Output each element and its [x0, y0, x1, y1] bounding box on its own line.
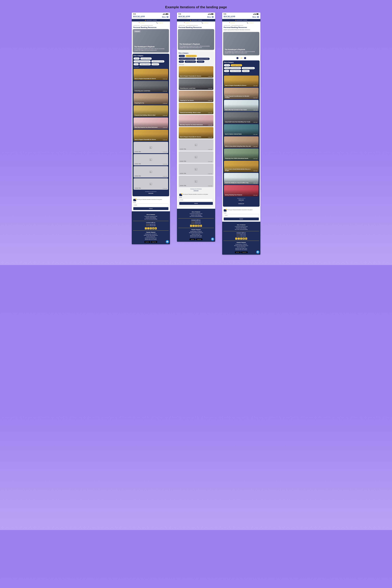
article-card[interactable]: How to Host a Social Media-Worthy Party …: [224, 161, 258, 172]
menu-button[interactable]: Menu: [207, 16, 214, 18]
chat-button[interactable]: 💬: [211, 238, 214, 241]
article-card[interactable]: Preparing for Tax Season2 min read: [179, 91, 213, 102]
linkedin-icon[interactable]: in: [150, 227, 152, 229]
chat-button[interactable]: 💬: [256, 250, 259, 254]
prev-button[interactable]: ‹: [236, 57, 238, 59]
footer-link[interactable]: Routing Number: 011304478: [236, 244, 247, 245]
contact-link[interactable]: 📞 Contact Us: [202, 22, 208, 23]
footer-link[interactable]: Branches with Safe Deposit Boxes: [144, 235, 158, 236]
footer-link[interactable]: Branches with Coin Counters: [145, 239, 157, 240]
facebook-icon[interactable]: f: [145, 227, 147, 229]
bank-logo[interactable]: ROCKLANDWhere Each Relationship Matters®: [178, 15, 190, 18]
email-input[interactable]: [179, 198, 213, 201]
locations-link[interactable]: 📍 Locations: [138, 22, 144, 23]
footer-link[interactable]: Reorder Checks Here: [237, 246, 246, 247]
menu-button[interactable]: Menu: [162, 16, 168, 18]
google-play-badge[interactable]: Google Play: [151, 241, 157, 243]
article-card[interactable]: Protecting your Loved Ones2 min read: [134, 81, 168, 92]
facebook-icon[interactable]: f: [190, 225, 192, 227]
crumb-learning[interactable]: Learning Center: [133, 25, 140, 26]
chat-button[interactable]: 💬: [166, 240, 169, 243]
article-card[interactable]: Protecting your Loved Ones2 min read: [179, 78, 213, 90]
linkedin-icon[interactable]: in: [195, 225, 197, 227]
chip-voices[interactable]: Voices of Rockland: [230, 70, 241, 72]
article-placeholder[interactable]: Article Title# min read: [134, 178, 168, 190]
submit-button[interactable]: Submit: [179, 202, 213, 205]
contact-link[interactable]: 📞 Contact Us: [247, 22, 254, 23]
article-card[interactable]: Spring Cleaning Your Finances2 min read: [224, 185, 258, 196]
article-card[interactable]: This is the Year to Invest in Your Futur…: [224, 100, 258, 111]
footer-link[interactable]: Branches with Coin Counters: [190, 236, 202, 237]
youtube-icon[interactable]: ▶: [155, 227, 157, 229]
instagram-icon[interactable]: ◉: [152, 227, 154, 229]
linkedin-icon[interactable]: in: [240, 238, 242, 240]
footer-link[interactable]: Non-Profit Commercial Banking: [190, 216, 202, 217]
footer-link[interactable]: Commercial Checking Accounts: [190, 213, 202, 214]
article-placeholder[interactable]: Article Title# min read: [179, 176, 213, 187]
footer-link[interactable]: Non-Profit Commercial Banking: [235, 229, 248, 230]
crumb-personal[interactable]: Personal Banking Resources: [186, 25, 198, 26]
dot[interactable]: [240, 58, 240, 58]
email-input[interactable]: [133, 204, 168, 206]
chip-calc[interactable]: Calculators: [197, 61, 204, 63]
locations-link[interactable]: 📍 Locations: [184, 22, 190, 23]
facebook-icon[interactable]: f: [235, 238, 237, 240]
dot[interactable]: [242, 58, 243, 58]
account-logins-bar[interactable]: 🔒ACCOUNT LOGINS: [132, 19, 170, 21]
footer-link[interactable]: Branches with Sunday Hours: [190, 235, 202, 236]
crumb-learning[interactable]: Learning Center: [178, 25, 185, 26]
chip-calc[interactable]: Calculators: [152, 63, 159, 65]
article-placeholder[interactable]: Article Title# min read: [134, 142, 168, 153]
chip-fraud[interactable]: Fraud: [134, 63, 139, 65]
bank-logo[interactable]: ROCKLANDWhere Each Relationship Matters®: [224, 15, 236, 18]
article-card[interactable]: Preparing for Tax2 min read: [134, 93, 168, 105]
footer-link[interactable]: Business Online Banking: [146, 217, 156, 218]
chip-home[interactable]: Homebuying & Homeownership: [179, 58, 196, 60]
twitter-icon[interactable]: t: [192, 225, 194, 227]
article-card[interactable]: Financial Goal Setting: Where to Start2 …: [179, 103, 213, 114]
chip-retire[interactable]: Retirement & Investing: [151, 60, 164, 62]
email-input[interactable]: [224, 214, 259, 217]
hero-card[interactable]: The Homebuyer's Playbook Our mortgage te…: [178, 29, 214, 50]
footer-link[interactable]: Branches with Sunday Hours: [145, 238, 156, 238]
chip-voices[interactable]: Voices of Rockland: [184, 61, 196, 63]
chip-viewall[interactable]: View All: [179, 55, 185, 57]
scroll-top-link[interactable]: Scroll to Top: [225, 203, 257, 204]
dot-active[interactable]: [241, 58, 242, 58]
chip-home[interactable]: Homebuying & Homeownership: [134, 60, 151, 62]
footer-link[interactable]: Routing Number: 011304478: [190, 231, 202, 232]
article-placeholder[interactable]: Article Title# min read: [179, 151, 213, 163]
article-card[interactable]: How to Prepare Financially for Divorce2 …: [224, 76, 258, 87]
crumb-learning[interactable]: Learning Center: [224, 25, 230, 26]
article-card[interactable]: How to Prepare Financially for Divorce2 …: [134, 69, 168, 80]
footer-link[interactable]: Branches with Safe Deposit Boxes: [234, 245, 248, 246]
article-card[interactable]: How to Prepare Financially for Divorce2 …: [179, 66, 213, 78]
footer-link[interactable]: Reorder Checks Here: [146, 236, 155, 237]
load-more-link[interactable]: Load more: [180, 190, 212, 191]
chip-retire[interactable]: Retirement & Investing: [242, 67, 255, 69]
footer-link[interactable]: Reorder Checks Here: [192, 234, 200, 235]
article-card[interactable]: How to Prepare Financially for Divorce2 …: [179, 127, 213, 139]
chip-retire[interactable]: Retirement & Investing: [196, 58, 210, 60]
article-placeholder[interactable]: Article Title# min read: [134, 154, 168, 165]
chip-everyday-selected[interactable]: Everyday Finances: [231, 64, 242, 66]
app-store-badge[interactable]: App Store: [144, 241, 150, 243]
footer-link[interactable]: Non-Profit Commercial Banking: [144, 218, 157, 219]
article-card[interactable]: Fund Your 401(k) on a Cup of Coffee a Da…: [224, 173, 258, 184]
google-play-badge[interactable]: Google Play: [196, 239, 202, 240]
article-card[interactable]: What May Surprise You About Retirement2 …: [134, 118, 168, 129]
account-logins-bar[interactable]: 🔒ACCOUNT LOGINS: [222, 19, 260, 21]
chip-viewall[interactable]: View All: [224, 64, 230, 66]
bank-logo[interactable]: ROCKLAND Where Each Relationship Matters…: [133, 15, 145, 18]
crumb-personal[interactable]: Personal Banking Resources: [232, 25, 243, 26]
submit-button[interactable]: Submit: [133, 207, 168, 210]
instagram-icon[interactable]: ◉: [198, 225, 200, 227]
chip-viewall[interactable]: View All: [134, 57, 140, 60]
chip-calc[interactable]: Calculators: [242, 70, 250, 72]
youtube-icon[interactable]: ▶: [245, 238, 247, 240]
app-store-badge[interactable]: App Store: [235, 252, 240, 253]
article-placeholder[interactable]: Article Title# min read: [179, 139, 213, 151]
footer-link[interactable]: Branches with Safe Deposit Boxes: [189, 232, 203, 233]
youtube-icon[interactable]: ▶: [200, 225, 202, 227]
article-card[interactable]: Keep Small Costs from Dwindling Your Fun…: [224, 112, 258, 123]
